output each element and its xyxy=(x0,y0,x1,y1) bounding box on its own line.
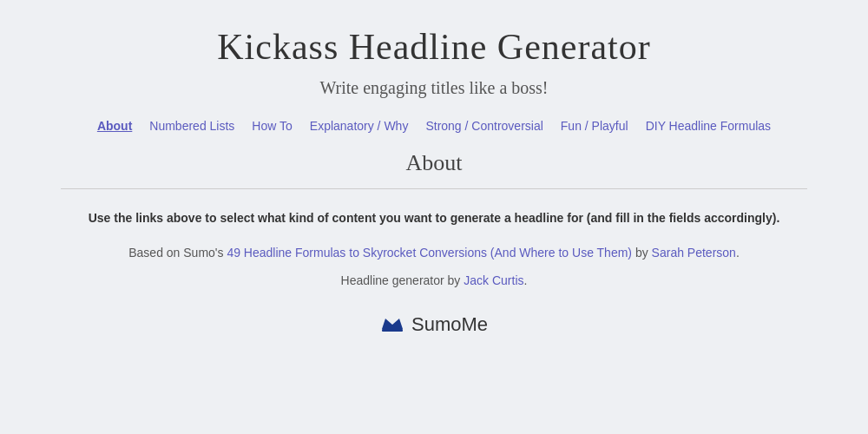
navigation: About Numbered Lists How To Explanatory … xyxy=(97,119,771,133)
nav-link-explanatory[interactable]: Explanatory / Why xyxy=(310,119,409,133)
crown-icon xyxy=(380,313,404,336)
sumome-text: SumoMe xyxy=(411,313,488,336)
section-title: About xyxy=(61,150,807,176)
generator-link[interactable]: Jack Curtis xyxy=(464,273,523,287)
description-text: Use the links above to select what kind … xyxy=(61,208,807,227)
generator-suffix: . xyxy=(524,273,528,287)
nav-link-numbered-lists[interactable]: Numbered Lists xyxy=(149,119,234,133)
based-on-prefix: Based on Sumo's xyxy=(128,246,227,260)
content-area: About Use the links above to select what… xyxy=(61,150,807,313)
subtitle: Write engaging titles like a boss! xyxy=(319,78,548,98)
section-divider xyxy=(61,188,807,189)
based-on-link[interactable]: 49 Headline Formulas to Skyrocket Conver… xyxy=(227,246,632,260)
page-wrapper: Kickass Headline Generator Write engagin… xyxy=(0,0,868,434)
based-on-suffix: . xyxy=(736,246,740,260)
nav-link-fun-playful[interactable]: Fun / Playful xyxy=(561,119,628,133)
sumome-section: SumoMe xyxy=(380,313,488,336)
based-on-by: by xyxy=(632,246,652,260)
nav-link-strong-controversial[interactable]: Strong / Controversial xyxy=(425,119,542,133)
sumome-logo: SumoMe xyxy=(380,313,488,336)
generator-text: Headline generator by Jack Curtis. xyxy=(61,273,807,287)
based-on-text: Based on Sumo's 49 Headline Formulas to … xyxy=(61,243,807,262)
main-title: Kickass Headline Generator xyxy=(217,26,650,68)
nav-link-about[interactable]: About xyxy=(97,119,132,133)
svg-rect-1 xyxy=(382,329,403,332)
svg-marker-0 xyxy=(382,319,403,329)
author-link[interactable]: Sarah Peterson xyxy=(652,246,736,260)
generator-prefix: Headline generator by xyxy=(341,273,464,287)
nav-link-how-to[interactable]: How To xyxy=(252,119,292,133)
nav-link-diy-formulas[interactable]: DIY Headline Formulas xyxy=(646,119,771,133)
